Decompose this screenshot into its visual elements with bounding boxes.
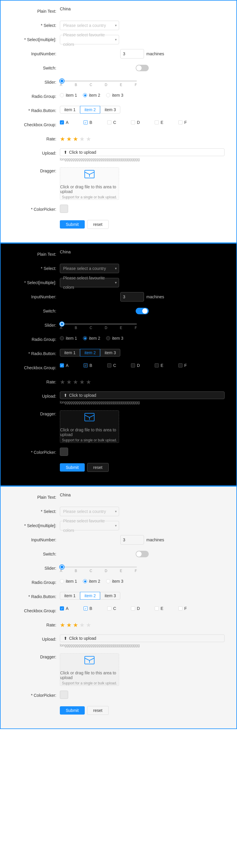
upload-button[interactable]: ⬆ Click to upload <box>60 148 225 156</box>
select-box-gray[interactable]: Please select a country <box>60 507 119 516</box>
upload-icon: ⬆ <box>64 150 67 155</box>
switch-dark[interactable] <box>136 308 149 314</box>
upload-btn-gray[interactable]: ⬆ Click to upload <box>60 634 225 642</box>
select-colors-gray[interactable]: Please select favourite colors ▾ <box>60 521 119 530</box>
star-1[interactable]: ★ <box>60 135 65 143</box>
upload-btn-dark[interactable]: ⬆ Click to upload <box>60 392 225 399</box>
radio-btn-1-dark[interactable]: item 1 <box>60 349 80 356</box>
select-multiple-wrapper[interactable]: Please select favourite colors ▾ <box>60 35 119 44</box>
radio-item-2[interactable]: item 2 <box>83 93 100 98</box>
radio-btn-1-gray[interactable]: item 1 <box>60 592 80 599</box>
star-3-dark[interactable]: ★ <box>73 378 78 385</box>
switch-gray[interactable] <box>136 551 149 557</box>
upload-row: Upload: ⬆ Click to upload longgggggggggg… <box>12 148 225 161</box>
select-colors-box-dark[interactable]: Please select favourite colors <box>60 278 119 287</box>
submit-button-gray[interactable]: Submit <box>60 706 85 715</box>
submit-button-dark[interactable]: Submit <box>60 463 85 471</box>
select-multiple-row: * Select[multiple]: Please select favour… <box>12 35 225 44</box>
slider-row: Slider: ABCDEF <box>12 78 225 87</box>
upload-btn-text: Click to upload <box>69 150 96 155</box>
select-colors[interactable]: Please select favourite colors <box>60 35 119 44</box>
slider-dark[interactable]: ABCDEF <box>60 320 137 330</box>
slider-wrapper[interactable]: ABCDEF <box>60 78 137 87</box>
dragger-main-text: Click or drag file to this area to uploa… <box>60 184 119 194</box>
select-country[interactable]: Please select a country <box>60 21 119 30</box>
section-light: Plain Text: China * Select: Please selec… <box>0 0 237 243</box>
dragger-area[interactable]: Click or drag file to this area to uploa… <box>60 167 119 200</box>
form-actions: Submit reset <box>60 220 225 229</box>
reset-button-dark[interactable]: reset <box>87 463 109 472</box>
rate-stars[interactable]: ★ ★ ★ ★ ★ <box>60 135 225 143</box>
rate-gray[interactable]: ★ ★ ★ ★ ★ <box>60 621 225 628</box>
submit-button[interactable]: Submit <box>60 220 85 228</box>
radio-btn-2-gray[interactable]: item 2 <box>80 592 100 599</box>
radio-group-row: Radio.Group: item 1 item 2 item 3 <box>12 92 225 101</box>
switch-knob-dark <box>142 308 148 314</box>
checkbox-c[interactable]: C <box>107 120 125 125</box>
input-number-gray[interactable] <box>120 535 144 545</box>
star-3[interactable]: ★ <box>73 135 78 143</box>
select-gray[interactable]: Please select a country ▾ <box>60 507 119 516</box>
radio-btn-2-dark[interactable]: item 2 <box>80 349 100 356</box>
checkbox-e[interactable]: E <box>155 120 173 125</box>
select-wrapper[interactable]: Please select a country ▾ <box>60 21 119 30</box>
checkbox-group-label: Checkbox.Group: <box>12 120 60 129</box>
switch-knob <box>136 65 141 71</box>
radio-item-1-dark[interactable]: item 1 <box>60 336 77 341</box>
radio-item-3[interactable]: item 3 <box>106 93 123 98</box>
radio-button-row: * Radio.Button: item 1 item 2 item 3 <box>12 106 225 115</box>
form-actions-dark: Submit reset <box>60 463 225 472</box>
section-dark: Plain Text: China * Select: Please selec… <box>0 243 237 486</box>
star-4-dark[interactable]: ★ <box>79 378 85 385</box>
checkbox-d[interactable]: D <box>131 120 149 125</box>
dragger-dark[interactable]: Click or drag file to this area to uploa… <box>60 410 119 443</box>
select-country-dark[interactable]: Please select a country ▾ <box>60 264 119 273</box>
star-2[interactable]: ★ <box>67 135 72 143</box>
plain-text-row: Plain Text: China <box>12 6 225 16</box>
checkbox-a[interactable]: ✓ A <box>60 120 78 125</box>
rate-dark[interactable]: ★ ★ ★ ★ ★ <box>60 378 225 385</box>
radio-btn-2[interactable]: item 2 <box>80 106 100 114</box>
color-picker-row: * ColorPicker: <box>12 205 225 214</box>
reset-button[interactable]: reset <box>87 220 109 229</box>
radio-btn-1[interactable]: item 1 <box>60 106 80 114</box>
checkbox-f[interactable]: F <box>178 120 196 125</box>
reset-button-gray[interactable]: reset <box>87 706 109 715</box>
input-number-dark[interactable] <box>120 292 144 302</box>
plain-text-label: Plain Text: <box>12 6 60 16</box>
star-5[interactable]: ★ <box>86 135 91 143</box>
star-2-dark[interactable]: ★ <box>67 378 72 385</box>
upload-label: Upload: <box>12 148 60 158</box>
dragger-icon-gray <box>83 654 96 668</box>
select-colors-dark[interactable]: Please select favourite colors ▾ <box>60 278 119 287</box>
select-colors-box-gray[interactable]: Please select favourite colors <box>60 521 119 530</box>
select-box-dark[interactable]: Please select a country <box>60 264 119 273</box>
radio-btn-3[interactable]: item 3 <box>100 106 120 114</box>
radio-btn-3-dark[interactable]: item 3 <box>100 349 120 356</box>
radio-btn-3-gray[interactable]: item 3 <box>100 592 120 599</box>
upload-icon-gray: ⬆ <box>64 636 67 641</box>
slider-gray[interactable]: ABCDEF <box>60 563 137 573</box>
checkbox-group-dark: ✓ A ✓ B C D E <box>60 363 225 368</box>
plain-text-value-dark: China <box>60 250 225 254</box>
radio-item-3-dark[interactable]: item 3 <box>106 336 123 341</box>
color-picker-box[interactable] <box>60 205 68 213</box>
input-number-field[interactable] <box>120 49 144 59</box>
dragger-gray[interactable]: Click or drag file to this area to uploa… <box>60 653 119 686</box>
radio-item-1[interactable]: item 1 <box>60 93 77 98</box>
star-4[interactable]: ★ <box>79 135 85 143</box>
checkbox-box-c <box>107 120 111 124</box>
switch-toggle[interactable] <box>136 65 149 71</box>
star-5-dark[interactable]: ★ <box>86 378 91 385</box>
radio-item-2-dark[interactable]: item 2 <box>83 336 100 341</box>
color-picker-dark[interactable] <box>60 447 68 456</box>
checkbox-b[interactable]: ✓ B <box>83 120 101 125</box>
form-actions-gray: Submit reset <box>60 706 225 715</box>
radio-circle-1 <box>60 93 64 97</box>
radio-btn-group-dark: item 1 item 2 item 3 <box>60 349 225 356</box>
radio-circle-3 <box>106 93 110 97</box>
slider-thumb[interactable] <box>60 79 64 83</box>
color-picker-gray[interactable] <box>60 691 68 699</box>
select-label: * Select: <box>12 21 60 30</box>
star-1-dark[interactable]: ★ <box>60 378 65 385</box>
